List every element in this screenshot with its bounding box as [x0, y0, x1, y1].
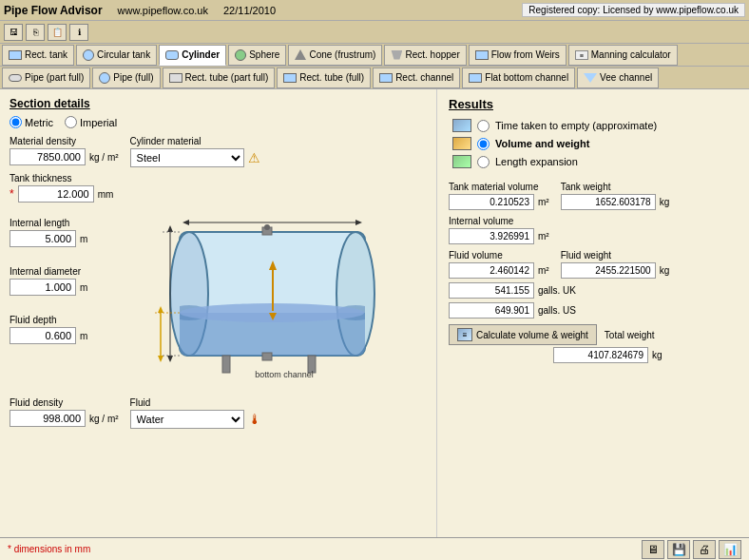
- cone-icon: [295, 49, 306, 60]
- material-density-input[interactable]: [10, 148, 86, 165]
- internal-length-unit: m: [80, 234, 87, 244]
- rect-tank-icon: [9, 50, 22, 60]
- calc-icon: ≡: [457, 328, 472, 341]
- tank-weight-label: Tank weight: [561, 182, 670, 192]
- material-density-label: Material density: [10, 136, 119, 146]
- fluid-volume-uk-unit: galls. UK: [538, 285, 576, 296]
- flat-bottom-icon: [469, 73, 482, 83]
- tab-flat-bottom[interactable]: Flat bottom channel: [462, 68, 575, 88]
- imperial-radio[interactable]: Imperial: [65, 116, 117, 128]
- menu-icon-3[interactable]: 📋: [48, 24, 67, 41]
- app-url: www.pipeflow.co.uk: [118, 5, 208, 16]
- calculate-btn[interactable]: ≡ Calculate volume & weight: [449, 324, 597, 345]
- fluid-volume-input: [449, 262, 534, 279]
- metric-radio[interactable]: Metric: [10, 116, 53, 128]
- tank-weight-unit: kg: [660, 197, 670, 207]
- result-option-length[interactable]: Length expansion: [452, 155, 738, 168]
- svg-text:bottom channel: bottom channel: [255, 370, 314, 379]
- tank-weight-input: [561, 194, 656, 210]
- result-option-volume[interactable]: Volume and weight: [452, 137, 738, 150]
- cylinder-material-label: Cylinder material: [130, 136, 260, 146]
- internal-volume-unit: m²: [538, 231, 549, 241]
- fluid-weight-input: [561, 262, 656, 279]
- menu-icon-2[interactable]: ⎘: [26, 24, 45, 41]
- svg-rect-24: [262, 353, 272, 360]
- length-icon: [452, 155, 471, 168]
- svg-point-23: [264, 224, 270, 230]
- total-weight-input: [553, 347, 648, 363]
- tab-sphere[interactable]: Sphere: [228, 45, 286, 66]
- required-marker: *: [10, 187, 14, 201]
- fluid-depth-label: Fluid depth: [10, 315, 133, 325]
- tank-thickness-label: Tank thickness: [10, 173, 427, 183]
- fluid-select[interactable]: Water: [130, 410, 244, 429]
- svg-marker-10: [355, 220, 362, 225]
- tab-circular-tank[interactable]: Circular tank: [76, 45, 157, 66]
- vee-channel-icon: [584, 73, 597, 83]
- tab-cone[interactable]: Cone (frustrum): [288, 45, 382, 66]
- internal-length-input[interactable]: [10, 230, 76, 247]
- tank-material-volume-unit: m²: [538, 197, 549, 207]
- total-weight-unit: kg: [652, 350, 663, 360]
- tab-cylinder[interactable]: Cylinder: [159, 45, 226, 66]
- app-date: 22/11/2010: [223, 5, 522, 16]
- total-weight-label: Total weight: [605, 330, 655, 340]
- dimensions-note: * dimensions in mm: [8, 544, 90, 554]
- cylinder-material-select[interactable]: Steel: [130, 148, 244, 167]
- fluid-volume-us-unit: galls. US: [538, 305, 576, 316]
- status-icons: 🖥 💾 🖨 📊: [642, 540, 741, 559]
- section-title: Section details: [10, 97, 427, 110]
- svg-marker-15: [158, 306, 163, 313]
- time-icon: [452, 119, 471, 132]
- results-title: Results: [449, 97, 738, 111]
- svg-marker-13: [167, 356, 173, 362]
- internal-diameter-input[interactable]: [10, 279, 76, 296]
- status-icon-1[interactable]: 🖥: [642, 540, 664, 559]
- fluid-weight-unit: kg: [660, 265, 670, 276]
- tab-vee-channel[interactable]: Vee channel: [577, 68, 659, 88]
- material-density-unit: kg / m²: [89, 152, 119, 163]
- status-icon-4[interactable]: 📊: [719, 540, 741, 559]
- internal-diameter-unit: m: [80, 282, 87, 293]
- warning-icon: ⚠: [248, 150, 260, 165]
- tab-rect-tube-full[interactable]: Rect. tube (full): [277, 68, 371, 88]
- menu-icon-4[interactable]: ℹ: [69, 24, 88, 41]
- fluid-density-input[interactable]: [10, 410, 86, 427]
- length-label: Length expansion: [495, 156, 578, 167]
- rect-channel-icon: [379, 73, 393, 83]
- internal-length-label: Internal length: [10, 218, 133, 228]
- status-icon-2[interactable]: 💾: [667, 540, 690, 559]
- status-icon-3[interactable]: 🖨: [693, 540, 716, 559]
- cylinder-diagram: bottom channel: [137, 208, 427, 396]
- fluid-weight-label: Fluid weight: [561, 250, 670, 261]
- fluid-depth-input[interactable]: [10, 327, 76, 344]
- tab-manning[interactable]: ≡ Manning calculator: [568, 45, 678, 66]
- tab-rect-channel[interactable]: Rect. channel: [373, 68, 460, 88]
- reg-text: Registered copy: Licensed by www.pipeflo…: [522, 3, 745, 17]
- result-option-time[interactable]: Time taken to empty (approximate): [452, 119, 738, 132]
- fluid-icon: 🌡: [248, 412, 261, 427]
- menu-icon-1[interactable]: 🖫: [4, 24, 23, 41]
- tab-rect-tube-part[interactable]: Rect. tube (part full): [163, 68, 276, 88]
- app-title: Pipe Flow Advisor: [4, 4, 103, 17]
- manning-icon: ≡: [575, 50, 588, 60]
- time-label: Time taken to empty (approximate): [495, 120, 657, 131]
- internal-volume-label: Internal volume: [449, 216, 738, 226]
- internal-volume-input: [449, 228, 534, 244]
- volume-label: Volume and weight: [495, 138, 589, 149]
- volume-icon: [452, 137, 471, 150]
- fluid-volume-unit: m²: [538, 265, 549, 276]
- tab-pipe-part[interactable]: Pipe (part full): [2, 68, 90, 88]
- rect-tube-part-icon: [169, 73, 182, 83]
- internal-diameter-label: Internal diameter: [10, 266, 133, 277]
- svg-rect-20: [222, 356, 230, 373]
- rect-hopper-icon: [391, 50, 402, 60]
- pipe-full-icon: [99, 72, 110, 84]
- tank-material-volume-input: [449, 194, 534, 210]
- tank-thickness-input[interactable]: [18, 185, 94, 203]
- svg-marker-16: [158, 356, 163, 362]
- tab-flow-weirs[interactable]: Flow from Weirs: [469, 45, 567, 66]
- tab-rect-hopper[interactable]: Rect. hopper: [384, 45, 466, 66]
- tab-pipe-full[interactable]: Pipe (full): [92, 68, 160, 88]
- tab-rect-tank[interactable]: Rect. tank: [2, 45, 74, 66]
